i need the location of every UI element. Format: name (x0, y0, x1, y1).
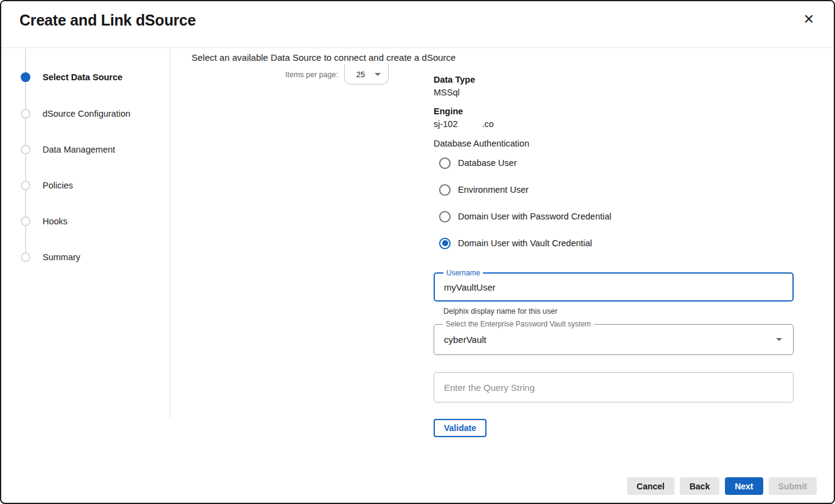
stepper-step-dsource-configuration[interactable]: dSource Configuration (1, 106, 130, 121)
vault-system-select-label: Select the Enterprise Password Vault sys… (443, 320, 594, 328)
username-field: Username (434, 272, 794, 302)
query-string-input[interactable] (434, 373, 793, 402)
radio-label: Domain User with Password Credential (458, 212, 611, 221)
stepper-step-summary[interactable]: Summary (1, 250, 80, 264)
radio-environment-user[interactable]: Environment User (439, 183, 528, 196)
radio-database-user[interactable]: Database User (439, 156, 517, 170)
back-button[interactable]: Back (680, 477, 719, 495)
next-button[interactable]: Next (725, 477, 763, 495)
data-type-value: MSSql (434, 88, 460, 97)
dialog-title: Create and Link dSource (19, 12, 196, 29)
dialog-header: Create and Link dSource ✕ (1, 1, 834, 48)
chevron-down-icon (776, 338, 782, 341)
radio-label: Environment User (458, 185, 528, 195)
stepper-step-data-management[interactable]: Data Management (1, 142, 115, 157)
engine-value-prefix: sj-102 (434, 119, 458, 129)
step-label: Select Data Source (43, 72, 122, 82)
vault-system-selected-value: cyberVault (434, 334, 776, 345)
step-label: Summary (43, 252, 80, 262)
engine-value-suffix: .co (482, 119, 494, 129)
radio-label: Database User (458, 158, 517, 168)
submit-button[interactable]: Submit (769, 477, 817, 495)
dialog-footer-actions: Cancel Back Next Submit (627, 477, 817, 495)
username-input[interactable] (435, 274, 792, 300)
radio-label: Domain User with Vault Credential (458, 238, 592, 248)
radio-domain-user-password-credential[interactable]: Domain User with Password Credential (439, 210, 611, 223)
engine-value: sj-102 .co (434, 119, 494, 129)
step-label: Data Management (43, 145, 115, 154)
items-per-page-select[interactable]: 25 (344, 64, 389, 85)
items-per-page-value: 25 (345, 70, 375, 79)
query-string-field (434, 372, 794, 402)
username-field-label: Username (443, 269, 483, 277)
stepper-step-hooks[interactable]: Hooks (1, 214, 68, 229)
step-label: dSource Configuration (43, 109, 130, 119)
step-label: Hooks (43, 216, 68, 226)
items-per-page-label: Items per page: (285, 71, 338, 79)
items-per-page-control: Items per page: 25 (285, 64, 389, 85)
username-helper-text: Delphix display name for this user (443, 307, 558, 316)
step-dot-icon (21, 181, 30, 190)
radio-unselected-icon (439, 184, 451, 196)
wizard-stepper: Select Data Source dSource Configuration… (1, 49, 170, 418)
database-authentication-label: Database Authentication (434, 139, 529, 148)
step-dot-icon (21, 109, 30, 119)
close-icon[interactable]: ✕ (800, 10, 818, 29)
engine-label: Engine (434, 106, 463, 116)
create-link-dsource-dialog: Create and Link dSource ✕ Select Data So… (0, 0, 835, 504)
data-type-label: Data Type (434, 75, 475, 85)
page-instruction: Select an available Data Source to conne… (192, 52, 456, 63)
validate-button[interactable]: Validate (434, 419, 487, 437)
step-dot-icon (21, 145, 30, 154)
step-dot-icon (21, 252, 30, 262)
step-dot-active-icon (21, 72, 30, 82)
radio-unselected-icon (439, 211, 451, 223)
step-dot-icon (21, 216, 30, 226)
radio-domain-user-vault-credential[interactable]: Domain User with Vault Credential (439, 236, 592, 250)
cancel-button[interactable]: Cancel (627, 477, 674, 495)
radio-selected-icon (439, 238, 451, 249)
radio-unselected-icon (439, 157, 451, 169)
stepper-step-select-data-source[interactable]: Select Data Source (1, 70, 122, 85)
vault-system-select[interactable]: Select the Enterprise Password Vault sys… (434, 324, 794, 355)
step-label: Policies (43, 181, 73, 190)
stepper-step-policies[interactable]: Policies (1, 178, 73, 193)
chevron-down-icon (375, 73, 381, 76)
